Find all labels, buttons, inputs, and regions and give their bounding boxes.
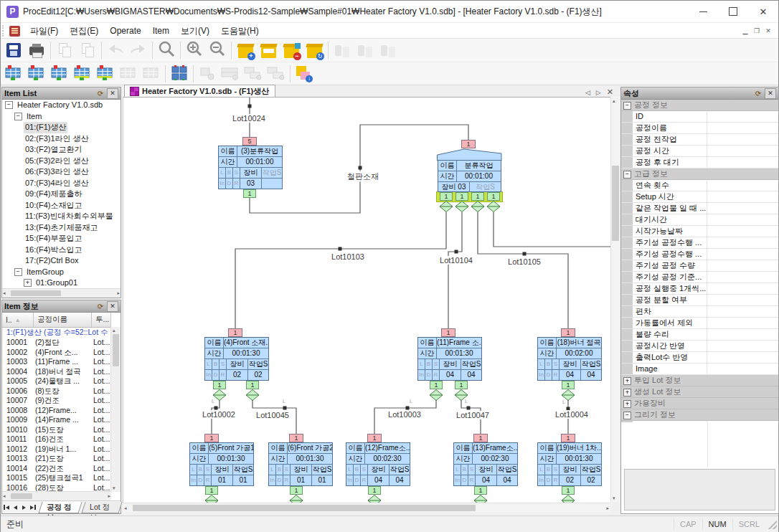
refresh-icon[interactable]: ⟳ [753,89,763,98]
scroll-thumb[interactable] [133,505,476,511]
tree-item[interactable]: 06:(F3)3라인 생산 [2,166,121,178]
table-row[interactable]: 10007(9)건조Lot... [2,396,111,406]
memo-button[interactable]: ↓ [293,64,316,84]
process-node-burner-bend-18[interactable]: 이름(18)버너 절곡시간00:02:00LBS장비작업SInDR0404 [537,337,602,381]
edge-label[interactable]: Lot10002 [202,410,236,419]
property-value[interactable] [707,341,778,351]
property-value[interactable] [707,203,778,214]
property-value[interactable] [707,237,778,248]
property-value[interactable] [707,180,778,191]
property-group-row[interactable]: −그리기 정보 [621,409,778,421]
property-row[interactable]: 공정이름 [621,123,778,134]
property-value[interactable] [707,306,778,317]
tree-item[interactable]: 05:(F3)2라인 생산 [2,156,121,167]
property-row[interactable]: Image [621,364,778,375]
tree-item[interactable]: 10:(F4)소재입고 [2,200,121,212]
collapse-icon[interactable]: − [14,268,22,276]
tree-item[interactable]: −Item [2,111,121,123]
property-row[interactable]: 출력Lot수 반영 [621,352,778,364]
diagram-canvas[interactable]: LLLLLLot10024철판소재Lot10103Lot10104Lot1010… [123,97,611,503]
zoom-in-button[interactable] [183,40,206,60]
property-value[interactable] [707,134,778,145]
property-row[interactable]: 주기성 공정 기준... [621,272,778,283]
table-row[interactable]: 10012(19)버너 1...Lot... [2,445,111,455]
zoom-button[interactable] [155,40,178,60]
edge-label[interactable]: Lot10047 [455,411,490,419]
property-group-row[interactable]: −고급 정보 [621,168,778,180]
process-node-sort-work[interactable]: 이름분류작업시간00:01:00장비 03작업S [438,160,501,192]
property-value[interactable] [707,283,778,294]
item-info-hscrollbar[interactable]: ◂ ▸ [2,491,111,500]
tree-item[interactable]: 09:(F4)제품출하 [2,189,121,200]
property-group-row[interactable]: +생성 Lot 정보 [621,386,778,398]
property-group-row[interactable]: −공정 정보 [621,100,778,111]
property-row[interactable]: 공정 후 대기 [621,157,778,168]
scroll-thumb[interactable] [11,493,32,499]
tree-item[interactable]: 07:(F3)4라인 생산 [2,178,121,189]
table-row[interactable]: 10015(25)탱크절곡1Lot... [2,473,111,483]
tab-scroll-left-icon[interactable]: ◁ [585,89,590,96]
property-value[interactable] [707,352,778,363]
save-button[interactable] [2,40,25,60]
canvas-hscrollbar[interactable]: ◂ ▸ [123,503,610,513]
item-list-hscrollbar[interactable]: ◂ ▸ [2,288,121,298]
column-header[interactable]: I..▲ [2,313,34,327]
property-row[interactable]: Setup 시간 [621,191,778,203]
table-row[interactable]: 10013(21)도장Lot... [2,454,111,464]
proc-node-2-button[interactable] [25,64,48,84]
property-row[interactable]: 불량 수리 [621,329,778,341]
property-value[interactable] [707,191,778,202]
table-row[interactable]: 10010(15)도장Lot... [2,425,111,435]
refresh-icon[interactable]: ⟳ [95,302,105,311]
tab-scroll-right-icon[interactable]: ▷ [596,89,601,96]
tree-item[interactable]: −Heater Factory V1.0.sdb [2,100,121,111]
collapse-icon[interactable]: − [623,412,631,419]
tree-item[interactable]: 16:(F4)박스입고 [2,244,121,256]
edge-label[interactable]: Lot10105 [507,257,542,266]
menu-operate[interactable]: Operate [104,24,146,37]
property-row[interactable]: ID [621,111,778,123]
menu-edit[interactable]: 편집(E) [64,24,104,39]
document-tab[interactable]: Heater Factory V1.0.sdb - (F1)생산 [124,85,275,97]
property-row[interactable]: 공정시간 반영 [621,341,778,352]
menu-view[interactable]: 보기(V) [175,24,215,39]
property-group-row[interactable]: +가용장비 [621,398,778,409]
property-value[interactable] [707,157,778,168]
collapse-icon[interactable]: − [623,102,631,110]
table-row[interactable]: 10002(4)Front 소...Lot... [2,348,111,358]
expand-icon[interactable]: + [24,279,32,287]
close-panel-icon[interactable]: ✕ [107,88,118,99]
box-delete-button[interactable]: − [280,40,303,60]
scroll-thumb[interactable] [612,166,619,241]
property-row[interactable]: 공정 실행중 1개씩... [621,283,778,295]
proc-node-3-button[interactable] [48,64,71,84]
scroll-thumb[interactable] [113,334,119,366]
table-row[interactable]: 10005(24)물탱크 ...Lot... [2,376,111,386]
box-open-button[interactable] [257,40,280,60]
tree-item[interactable]: 17:(F2)Ctrl Box [2,255,121,267]
edge-label[interactable]: Lot10045 [255,411,290,419]
property-value[interactable] [707,226,778,237]
property-value[interactable] [707,111,778,122]
menu-file[interactable]: 파일(F) [24,24,64,39]
collapse-icon[interactable]: − [623,171,631,179]
edge-label[interactable]: Lot10004 [554,410,589,419]
property-row[interactable]: 연속 횟수 [621,180,778,191]
menu-drag-handle[interactable] [2,25,6,37]
tab-close-icon[interactable]: ✕ [607,87,613,97]
edge-label[interactable]: Lot10104 [439,256,473,265]
column-header[interactable]: 공정이름 [34,313,92,327]
mdi-close-button[interactable]: ✕ [763,26,774,36]
close-panel-icon[interactable]: ✕ [765,88,776,99]
item-info-vscrollbar[interactable]: ▴ ▾ [110,327,121,492]
process-node-burner-1st-19[interactable]: 이름(19)버너 1차...시간00:01:30LBS장비작업SInDR0202 [537,442,602,486]
property-row[interactable]: 주기성 공정수행 ... [621,237,778,249]
property-row[interactable]: 공정 전작업 [621,134,778,146]
record-prev-button[interactable] [11,503,19,513]
process-node-front-proc1-5[interactable]: 이름(5)Front 가공1시간00:01:30LBS장비작업SInDR0101 [189,442,254,486]
process-node-frame-proc-12[interactable]: 이름(12)Frame소...시간00:02:30LBS장비작업SInDR040… [346,442,410,486]
resize-grip[interactable] [768,521,777,529]
property-value[interactable] [707,123,778,133]
tree-item[interactable]: −ItemGroup [2,267,121,278]
property-row[interactable]: 시작가능날짜 [621,226,778,237]
